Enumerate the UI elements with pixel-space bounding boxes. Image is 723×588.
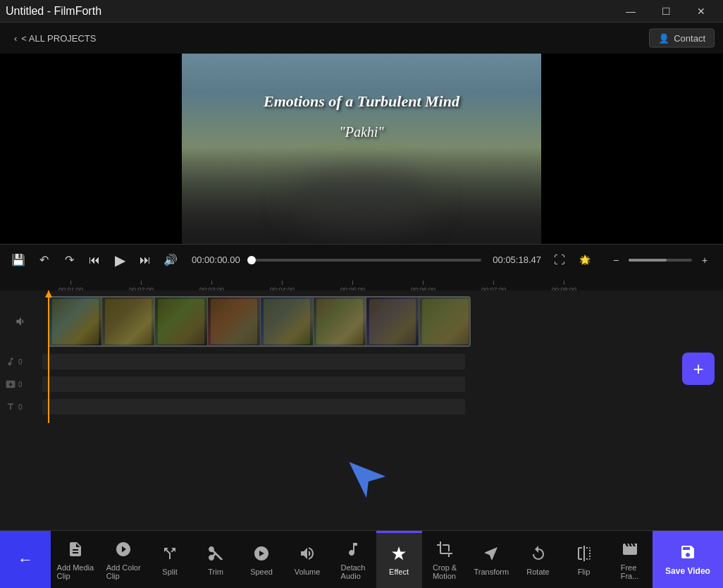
scene-detect-button[interactable]: 🌟: [575, 250, 595, 270]
speed-tool[interactable]: Speed: [239, 531, 285, 588]
detach-audio-icon: [345, 541, 362, 561]
zoom-out-button[interactable]: −: [606, 250, 626, 270]
ruler-mark-3: 00:03:00: [211, 281, 212, 285]
speed-icon: [253, 545, 270, 565]
close-button[interactable]: ✕: [685, 0, 717, 23]
total-duration: 00:05:18.47: [493, 255, 541, 265]
color-clip-label: Add ColorClip: [106, 563, 141, 580]
back-button[interactable]: ←: [0, 531, 51, 588]
split-tool[interactable]: Split: [147, 531, 193, 588]
volume-tool[interactable]: Volume: [285, 531, 330, 588]
color-clip-icon: [115, 541, 132, 561]
film-frame: [102, 298, 155, 345]
volume-icon: [299, 545, 316, 565]
volume-button[interactable]: 🔊: [161, 250, 180, 270]
flip-icon: [576, 545, 593, 565]
zoom-slider[interactable]: [629, 259, 692, 262]
save-video-label: Save Video: [665, 566, 710, 576]
trim-label: Trim: [208, 568, 223, 576]
add-color-clip-tool[interactable]: Add ColorClip: [100, 531, 147, 588]
effect-tool[interactable]: Effect: [376, 531, 422, 588]
bottom-toolbar: ← Add MediaClip Add ColorClip Split Trim: [0, 530, 723, 588]
window-controls: — ☐ ✕: [614, 0, 717, 23]
add-media-clip-tool[interactable]: Add MediaClip: [51, 531, 100, 588]
film-frame: [49, 298, 102, 345]
video-canvas: Emotions of a Turbulent Mind "Pakhi": [182, 54, 541, 244]
film-frame: [314, 298, 366, 345]
zoom-in-button[interactable]: +: [695, 250, 715, 270]
free-frame-label: FreeFra...: [621, 563, 639, 580]
skip-forward-button[interactable]: ⏭: [135, 250, 155, 270]
ruler-mark-1: 00:01:00: [70, 281, 71, 285]
ruler-mark-5: 00:05:00: [352, 281, 353, 285]
audio2-icon: 0: [0, 379, 42, 389]
undo-button[interactable]: ↶: [34, 250, 54, 270]
fullscreen-button[interactable]: ⛶: [550, 250, 569, 270]
free-frame-tool[interactable]: FreeFra...: [607, 531, 653, 588]
film-frame: [261, 298, 314, 345]
add-media-icon: [67, 541, 84, 561]
back-arrow-icon: ‹: [14, 33, 17, 44]
timeline-ruler: 00:01:00 00:02:00 00:03:00 00:04:00 00:0…: [0, 275, 723, 290]
transform-label: Transform: [474, 568, 509, 576]
svg-marker-0: [349, 459, 387, 499]
trim-tool[interactable]: Trim: [193, 531, 239, 588]
play-button[interactable]: ▶: [110, 250, 130, 270]
maximize-button[interactable]: ☐: [650, 0, 682, 23]
split-label: Split: [162, 568, 177, 576]
top-toolbar: ‹ < ALL PROJECTS 👤 Contact: [0, 23, 723, 54]
rotate-icon: [530, 545, 547, 565]
transform-icon: [483, 545, 500, 565]
skip-back-button[interactable]: ⏮: [85, 250, 104, 270]
video-track: 00:05:18 100%: [0, 293, 723, 350]
preview-overlay: [182, 54, 541, 244]
all-projects-button[interactable]: ‹ < ALL PROJECTS: [8, 30, 101, 47]
volume-label: Volume: [295, 568, 321, 576]
split-icon: [161, 545, 178, 565]
film-frame: [366, 298, 419, 345]
text-track: 0: [0, 396, 723, 417]
ruler-mark-4: 00:04:00: [282, 281, 283, 285]
video-title-text: Emotions of a Turbulent Mind: [264, 92, 459, 111]
ruler-mark-2: 00:02:00: [141, 281, 142, 285]
save-video-button[interactable]: Save Video: [653, 531, 723, 588]
audio1-icon: 0: [0, 357, 42, 367]
contact-button[interactable]: 👤 Contact: [649, 29, 715, 48]
redo-button[interactable]: ↷: [59, 250, 79, 270]
crop-motion-tool[interactable]: Crop &Motion: [422, 531, 468, 588]
tool-items: Add MediaClip Add ColorClip Split Trim S: [51, 531, 653, 588]
effect-label: Effect: [389, 568, 409, 576]
video-clip-strip[interactable]: 00:05:18 100%: [48, 296, 471, 347]
audio-track-2: 0: [0, 374, 723, 395]
app-title: Untitled - FilmForth: [6, 5, 101, 18]
audio-track-1-content: [42, 354, 465, 369]
contact-icon: 👤: [658, 33, 669, 44]
effect-icon: [390, 545, 407, 565]
film-frame: [155, 298, 208, 345]
flip-label: Flip: [578, 568, 591, 576]
save-video-icon: [679, 544, 696, 563]
rotate-tool[interactable]: Rotate: [515, 531, 561, 588]
audio-track-1: 0: [0, 351, 723, 372]
crop-motion-label: Crop &Motion: [433, 563, 457, 580]
flip-tool[interactable]: Flip: [561, 531, 607, 588]
detach-audio-tool[interactable]: DetachAudio: [330, 531, 376, 588]
zoom-controls: − +: [606, 250, 715, 270]
video-preview: Emotions of a Turbulent Mind "Pakhi": [0, 54, 723, 244]
video-subtitle-text: "Pakhi": [339, 124, 383, 140]
playback-controls: 💾 ↶ ↷ ⏮ ▶ ⏭ 🔊 00:00:00.00 00:05:18.47 ⛶ …: [0, 244, 723, 275]
free-frame-icon: [622, 541, 638, 561]
transform-tool[interactable]: Transform: [468, 531, 515, 588]
ruler-mark-8: 00:08:00: [564, 281, 564, 285]
progress-bar[interactable]: [252, 259, 482, 262]
track-volume-icon: [0, 315, 42, 328]
add-media-floating-button[interactable]: +: [682, 353, 715, 385]
current-time: 00:00:00.00: [192, 255, 240, 265]
progress-thumb[interactable]: [247, 256, 256, 264]
ruler-mark-6: 00:06:00: [423, 281, 424, 285]
minimize-button[interactable]: —: [614, 0, 647, 23]
save-project-button[interactable]: 💾: [8, 250, 28, 270]
trim-icon: [207, 545, 224, 565]
film-frame: [419, 298, 471, 345]
film-frame: [208, 298, 261, 345]
